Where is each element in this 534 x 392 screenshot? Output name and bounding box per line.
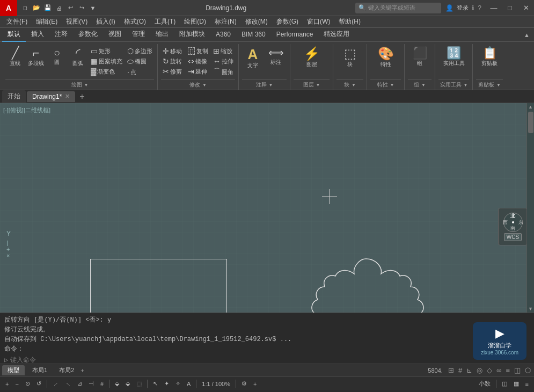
- snap-toggle[interactable]: ⊞: [447, 366, 455, 374]
- properties-button[interactable]: 🎨 特性: [371, 46, 400, 69]
- minimize-button[interactable]: —: [486, 0, 502, 16]
- menu-tools[interactable]: 工具(T): [150, 16, 180, 27]
- qa-dropdown[interactable]: ▼: [88, 3, 98, 13]
- right-scrollbar[interactable]: ▲ ▼: [526, 103, 534, 313]
- toolbar-angle2-button[interactable]: ⟍: [63, 380, 73, 388]
- arc-button[interactable]: ◜ 圆弧: [68, 46, 87, 68]
- redo-button[interactable]: ↪: [77, 3, 86, 13]
- text-button[interactable]: A 文字: [242, 46, 264, 70]
- transparency-toggle[interactable]: ◫: [513, 366, 522, 374]
- toolbar-3d2-button[interactable]: ⬙: [123, 379, 132, 388]
- draw-expand-icon[interactable]: ▼: [84, 83, 89, 88]
- move-button[interactable]: ✛ 移动: [161, 46, 185, 56]
- clipboard-expand-icon[interactable]: ▼: [496, 83, 501, 88]
- menu-help[interactable]: 帮助(H): [334, 16, 365, 27]
- tab-params[interactable]: 参数化: [73, 27, 103, 42]
- layer-button[interactable]: ⚡ 图层: [296, 46, 328, 69]
- toolbar-star1-button[interactable]: ✦: [162, 379, 171, 388]
- stretch-button[interactable]: ↔ 拉伸: [211, 56, 235, 66]
- tab-addons[interactable]: 附加模块: [174, 27, 210, 42]
- tab-featured[interactable]: 精选应用: [318, 27, 355, 42]
- add-layout-button[interactable]: +: [81, 367, 84, 374]
- help-icon[interactable]: ?: [478, 4, 481, 12]
- menu-draw[interactable]: 绘图(D): [180, 16, 210, 27]
- group-expand-icon[interactable]: ▼: [421, 83, 426, 88]
- scroll-track[interactable]: [527, 111, 534, 305]
- dimension-button[interactable]: ⟺ 标注: [265, 46, 287, 67]
- menu-annotate[interactable]: 标注(N): [210, 16, 241, 27]
- utilities-expand-icon[interactable]: ▼: [464, 83, 468, 88]
- tab-performance[interactable]: Performance: [271, 28, 319, 41]
- scroll-down-button[interactable]: ▼: [527, 305, 535, 313]
- toolbar-pan-button[interactable]: ⊙: [23, 379, 32, 388]
- line-button[interactable]: ╱ 直线: [5, 46, 25, 68]
- tab-a360[interactable]: A360: [210, 28, 236, 41]
- tab-bim360[interactable]: BIM 360: [236, 28, 271, 41]
- toolbar-plus-button[interactable]: +: [3, 380, 11, 388]
- ellipse-button[interactable]: ⬭ 椭圆: [126, 56, 154, 67]
- toolbar-3d-button[interactable]: ⬙: [113, 379, 121, 388]
- properties-expand-icon[interactable]: ▼: [390, 83, 394, 88]
- scale-button[interactable]: ⊞ 缩放: [211, 46, 235, 56]
- menu-insert[interactable]: 插入(I): [92, 16, 119, 27]
- copy-button[interactable]: ⿵ 复制: [186, 46, 210, 56]
- layout1-tab[interactable]: 布局1: [27, 365, 53, 375]
- group-button[interactable]: ⬛ 组: [408, 46, 431, 68]
- block-expand-icon[interactable]: ▼: [352, 83, 356, 88]
- polygon-button[interactable]: ⬡ 多边形: [126, 46, 154, 56]
- gradient-button[interactable]: ▓ 渐变色: [89, 67, 124, 76]
- toolbar-star2-button[interactable]: ✧: [173, 379, 182, 388]
- hatch-button[interactable]: ▦ 图案填充: [89, 56, 124, 66]
- tab-start[interactable]: 开始: [2, 90, 26, 103]
- layout2-tab[interactable]: 布局2: [54, 365, 79, 375]
- new-button[interactable]: 🗋: [20, 3, 30, 13]
- tab-annotate[interactable]: 注释: [49, 27, 73, 42]
- tab-drawing1[interactable]: Drawing1* ✕: [27, 91, 75, 102]
- rectangle-button[interactable]: ▭ 矩形: [89, 46, 124, 56]
- trim-button[interactable]: ✂ 修剪: [161, 67, 185, 76]
- tab-view[interactable]: 视图: [103, 27, 127, 42]
- canvas-area[interactable]: [-][俯视][二维线框] Y | + × 北 南 西 东 WCS ▲ ▼: [0, 103, 534, 313]
- menu-view[interactable]: 视图(V): [62, 16, 92, 27]
- block-button[interactable]: ⬚ 块: [337, 46, 363, 69]
- grid-toggle[interactable]: #: [457, 366, 463, 374]
- print-button[interactable]: 🖨: [54, 3, 64, 13]
- clipboard-button[interactable]: 📋 剪贴板: [476, 46, 503, 68]
- command-input[interactable]: [10, 357, 530, 364]
- undo-button[interactable]: ↩: [65, 3, 75, 13]
- utilities-button[interactable]: 🔢 实用工具: [439, 46, 469, 68]
- menu-modify[interactable]: 修改(M): [241, 16, 272, 27]
- maximize-button[interactable]: □: [502, 0, 518, 16]
- model-tab[interactable]: 模型: [2, 365, 25, 375]
- tab-default[interactable]: 默认: [2, 27, 26, 42]
- menu-window[interactable]: 窗口(W): [303, 16, 334, 27]
- tab-manage[interactable]: 管理: [127, 27, 150, 42]
- selection-toggle[interactable]: ⬡: [524, 366, 532, 374]
- annotate-expand-icon[interactable]: ▼: [269, 83, 273, 88]
- toolbar-region-button[interactable]: ⬚: [134, 379, 144, 388]
- modify-expand-icon[interactable]: ▼: [202, 83, 207, 88]
- menu-params[interactable]: 参数(G): [272, 16, 303, 27]
- open-button[interactable]: 📂: [32, 3, 41, 13]
- rotate-button[interactable]: ↻ 旋转: [161, 56, 185, 66]
- toolbar-gear-button[interactable]: ⚙: [239, 379, 249, 388]
- tab-output[interactable]: 输出: [150, 27, 174, 42]
- ribbon-collapse-icon[interactable]: ▲: [524, 32, 530, 38]
- extend-button[interactable]: ⇥ 延伸: [186, 67, 210, 76]
- layer-expand-icon[interactable]: ▼: [316, 83, 320, 88]
- mirror-button[interactable]: ⇔ 镜像: [186, 56, 210, 66]
- polar-toggle[interactable]: ◎: [476, 366, 484, 374]
- lineweight-toggle[interactable]: ≡: [504, 366, 511, 374]
- circle-button[interactable]: ○ 圆: [47, 46, 67, 67]
- toolbar-cursor-button[interactable]: ↖: [151, 379, 160, 388]
- toolbar-A-button[interactable]: A: [185, 380, 193, 388]
- toolbar-customize-button[interactable]: ≡: [523, 380, 531, 388]
- toolbar-minus-button[interactable]: −: [13, 380, 20, 388]
- add-tab-button[interactable]: +: [76, 91, 87, 103]
- toolbar-grid-button[interactable]: #: [98, 380, 106, 388]
- fillet-button[interactable]: ⌒ 圆角: [211, 67, 235, 77]
- menu-format[interactable]: 格式(O): [120, 16, 150, 27]
- scroll-up-button[interactable]: ▲: [527, 103, 535, 111]
- toolbar-angle1-button[interactable]: ⟋: [50, 380, 61, 388]
- save-button[interactable]: 💾: [43, 3, 53, 13]
